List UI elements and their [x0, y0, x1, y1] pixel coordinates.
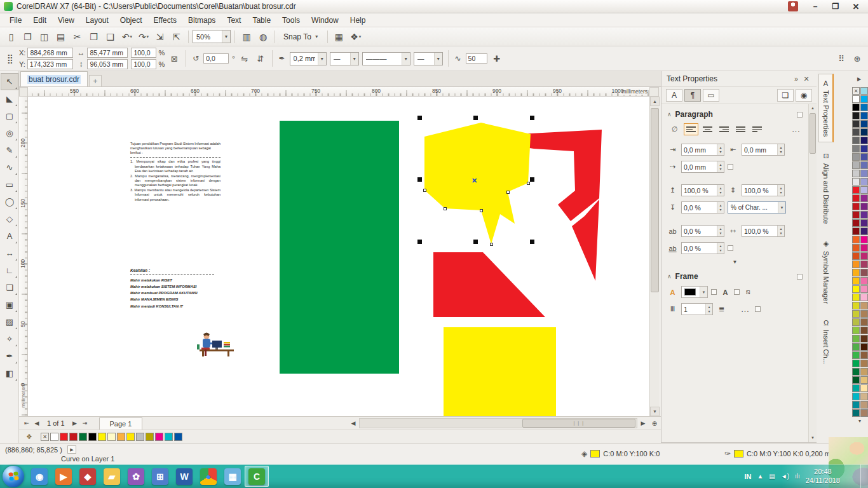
document-palette-swatch[interactable]: [174, 433, 182, 441]
palette-color-swatch[interactable]: [860, 261, 868, 268]
document-palette-swatch[interactable]: [107, 433, 116, 441]
line-spacing-field[interactable]: 100,0 %▴▾: [742, 184, 785, 196]
palette-color-swatch[interactable]: [852, 302, 860, 309]
menu-item[interactable]: Table: [247, 14, 276, 27]
paste-icon[interactable]: ❑: [103, 29, 118, 44]
frame-color-dropdown[interactable]: ▼: [681, 286, 708, 298]
word-icon[interactable]: W: [172, 466, 196, 487]
palette-color-swatch[interactable]: [852, 409, 860, 417]
spinner-arrows[interactable]: ▴▾: [777, 185, 784, 196]
new-document-icon[interactable]: ▯: [4, 29, 19, 44]
palette-color-swatch[interactable]: [852, 145, 860, 152]
language-spacing-field[interactable]: 0,0 %▴▾: [681, 242, 724, 254]
palette-color-swatch[interactable]: [860, 104, 868, 111]
menu-item[interactable]: Window: [306, 14, 344, 27]
palette-color-swatch[interactable]: [860, 351, 868, 359]
palette-scroll-down-button[interactable]: ▾: [851, 418, 868, 424]
palette-color-swatch[interactable]: [852, 194, 860, 202]
palette-color-swatch[interactable]: [860, 211, 868, 219]
option-checkbox[interactable]: [711, 289, 717, 295]
horizontal-scroll-thumb[interactable]: ❘❘❘: [522, 419, 635, 428]
spinner-arrows[interactable]: ▴▾: [717, 161, 724, 172]
document-palette-swatch[interactable]: [50, 433, 58, 441]
palette-color-swatch[interactable]: [860, 244, 868, 252]
spinner-arrows[interactable]: ▴▾: [717, 185, 724, 196]
palette-color-swatch[interactable]: [860, 343, 868, 351]
palette-color-swatch[interactable]: [852, 343, 860, 351]
palette-color-swatch[interactable]: [852, 128, 860, 136]
messenger-icon[interactable]: ◉: [27, 466, 51, 487]
mirror-horizontal-button[interactable]: ⇋: [238, 52, 251, 65]
account-icon[interactable]: [788, 1, 798, 11]
palette-color-swatch[interactable]: [860, 285, 868, 293]
outline-pen-tool[interactable]: ✒: [1, 348, 18, 365]
frame-text-color-icon[interactable]: A: [720, 288, 731, 296]
tab-align-and-distribute[interactable]: ⊡ Align and Distribute: [818, 146, 834, 229]
menu-item[interactable]: View: [52, 14, 80, 27]
page-1-tab[interactable]: Page 1: [99, 417, 143, 430]
palette-color-swatch[interactable]: [860, 178, 868, 186]
palette-color-swatch[interactable]: [852, 244, 860, 252]
text-eyedropper-button[interactable]: ◉: [796, 89, 812, 102]
docker-scrollbar[interactable]: ▲ ▼: [808, 104, 817, 442]
palette-color-swatch[interactable]: [852, 310, 860, 318]
object-y-field[interactable]: 174,323 mm: [27, 59, 73, 69]
frame-more-button[interactable]: ...: [739, 305, 752, 314]
docker-float-button[interactable]: »: [791, 75, 801, 83]
selection-handle[interactable]: [530, 116, 534, 120]
palette-color-swatch[interactable]: [860, 376, 868, 384]
fill-color-swatch[interactable]: [590, 450, 600, 458]
frame-flow-icon[interactable]: ⧅: [743, 288, 754, 296]
curve-node[interactable]: [506, 191, 510, 194]
palette-color-swatch[interactable]: [852, 327, 860, 334]
save-icon[interactable]: ◫: [37, 29, 52, 44]
palette-color-swatch[interactable]: [852, 401, 860, 409]
interactive-fill-tool[interactable]: ◧: [1, 365, 18, 382]
export-icon[interactable]: ⇱: [169, 29, 184, 44]
spinner-arrows[interactable]: ▴▾: [777, 226, 784, 236]
option-checkbox[interactable]: [755, 306, 761, 312]
palette-color-swatch[interactable]: [860, 277, 868, 285]
palette-color-swatch[interactable]: [860, 170, 868, 177]
properties-grid-icon[interactable]: ⠿: [835, 52, 848, 65]
spinner-arrows[interactable]: ▴▾: [717, 144, 724, 155]
palette-color-swatch[interactable]: [860, 161, 868, 169]
spacing-unit-dropdown[interactable]: % of Char. ...▼: [728, 201, 786, 214]
curve-node[interactable]: [490, 243, 493, 246]
palette-color-swatch[interactable]: [852, 87, 860, 95]
palette-color-swatch[interactable]: [852, 219, 860, 227]
view-mode-icon[interactable]: ◍: [255, 29, 271, 44]
selection-handle[interactable]: [530, 177, 534, 182]
red-app-icon[interactable]: ◆: [76, 466, 100, 487]
clock[interactable]: 20:48 24/11/2018: [806, 468, 840, 485]
align-left-icon[interactable]: [684, 123, 698, 135]
vertical-ruler[interactable]: millimeters 200150100500: [19, 97, 28, 416]
language-indicator[interactable]: IN: [744, 473, 751, 480]
photo-viewer-icon[interactable]: ▦: [220, 466, 245, 487]
line-style-dropdown[interactable]: ———▼: [362, 52, 410, 65]
tab-symbol-manager[interactable]: ◈ Symbol Manager: [818, 234, 834, 309]
palette-color-swatch[interactable]: [860, 368, 868, 376]
hscroll-left-button[interactable]: ◀: [348, 418, 358, 428]
palette-color-swatch[interactable]: [860, 153, 868, 161]
start-arrowhead-dropdown[interactable]: —▼: [330, 52, 359, 65]
align-force-justify-icon[interactable]: [750, 123, 764, 135]
scroll-up-button[interactable]: ▲: [650, 97, 660, 106]
palette-expand-button[interactable]: ▶: [853, 73, 865, 85]
palette-color-swatch[interactable]: [860, 203, 868, 210]
brochure-skills-text[interactable]: Keahlian : Mahir melakukan RISETMahir me…: [130, 268, 214, 309]
artistic-media-tool[interactable]: ∿: [1, 159, 18, 176]
columns-field[interactable]: 1▴▾: [681, 303, 713, 315]
spacing-before-field[interactable]: 100,0 %▴▾: [681, 184, 724, 196]
document-palette-swatch[interactable]: [155, 433, 163, 441]
scale-x-field[interactable]: 100,0: [131, 48, 156, 58]
end-arrowhead-dropdown[interactable]: —▼: [414, 52, 443, 65]
crop-tool[interactable]: ▢: [1, 107, 18, 125]
palette-color-swatch[interactable]: [852, 203, 860, 210]
palette-color-swatch[interactable]: [852, 120, 860, 128]
option-checkbox[interactable]: [728, 245, 733, 251]
curve-node[interactable]: [527, 182, 530, 185]
palette-color-swatch[interactable]: [852, 294, 860, 301]
scroll-up-button[interactable]: ▲: [809, 104, 817, 112]
curve-node[interactable]: [444, 207, 447, 210]
